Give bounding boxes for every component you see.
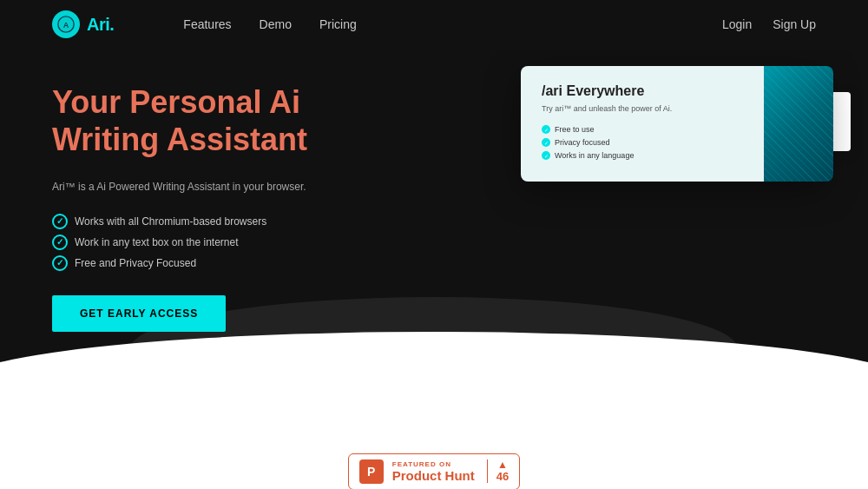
check-icon-3 — [52, 255, 68, 271]
svg-text:A: A — [63, 21, 69, 30]
mini-check-3 — [542, 151, 550, 160]
hero-preview: /ari Everywhere Try ari™ and unleash the… — [521, 66, 825, 182]
nav-demo[interactable]: Demo — [260, 17, 292, 31]
cta-button[interactable]: GET EARLY ACCESS — [52, 295, 226, 332]
ph-icon: P — [359, 459, 384, 484]
logo-icon: A — [52, 10, 80, 38]
check-icon-2 — [52, 235, 68, 250]
ph-upvotes: ▲ 46 — [487, 459, 509, 483]
preview-bg-pattern — [764, 66, 833, 182]
white-section: P FEATURED ON Product Hunt ▲ 46 Why Use … — [0, 401, 868, 489]
ph-name: Product Hunt — [392, 468, 475, 483]
nav-links: Features Demo Pricing — [183, 17, 356, 31]
product-hunt-badge[interactable]: P FEATURED ON Product Hunt ▲ 46 — [348, 453, 520, 489]
check-icon-1 — [52, 214, 68, 229]
navbar: A Ari. Features Demo Pricing Login Sign … — [0, 0, 868, 49]
mini-check-2 — [542, 138, 550, 147]
feature-item-2: Work in any text box on the internet — [52, 235, 399, 250]
nav-pricing[interactable]: Pricing — [319, 17, 357, 31]
ph-featured-text: FEATURED ON — [392, 460, 475, 468]
logo-text: Ari. — [87, 15, 114, 35]
nav-signup[interactable]: Sign Up — [773, 17, 816, 31]
hero-content: Your Personal Ai Writing Assistant Ari™ … — [52, 83, 399, 332]
preview-card: /ari Everywhere Try ari™ and unleash the… — [521, 66, 825, 182]
nav-right: Login Sign Up — [722, 17, 816, 31]
hero-features-list: Works with all Chromium-based browsers W… — [52, 214, 399, 271]
nav-logo[interactable]: A Ari. — [52, 10, 114, 38]
hero-title: Your Personal Ai Writing Assistant — [52, 83, 399, 158]
preview-bg-image — [764, 66, 833, 182]
nav-features[interactable]: Features — [183, 17, 231, 31]
feature-item-1: Works with all Chromium-based browsers — [52, 214, 399, 229]
nav-login[interactable]: Login — [722, 17, 752, 31]
ph-text-block: FEATURED ON Product Hunt — [392, 460, 475, 483]
ph-arrow-icon: ▲ — [497, 459, 508, 470]
ph-count: 46 — [496, 470, 509, 483]
hero-section: Your Personal Ai Writing Assistant Ari™ … — [0, 49, 868, 401]
mini-check-1 — [542, 125, 550, 134]
hero-description: Ari™ is a Ai Powered Writing Assistant i… — [52, 179, 399, 195]
feature-item-3: Free and Privacy Focused — [52, 255, 399, 271]
